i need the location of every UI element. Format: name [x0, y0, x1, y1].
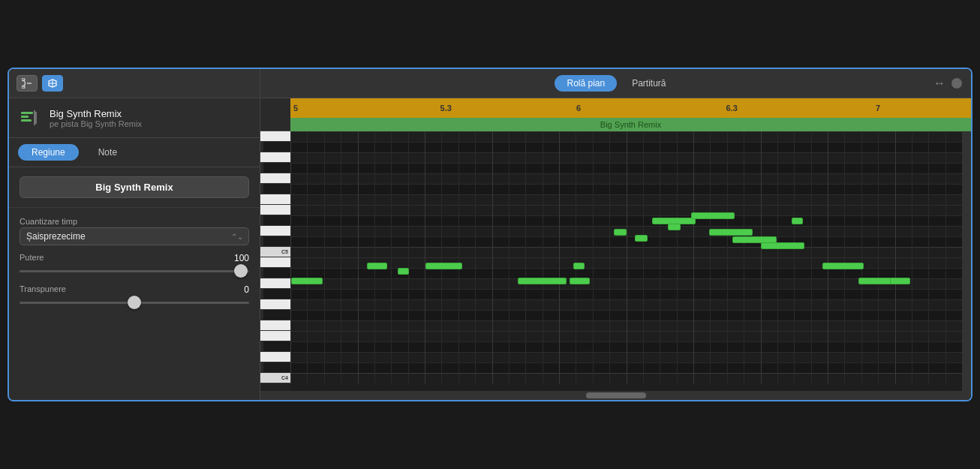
svg-rect-6	[21, 116, 29, 118]
power-slider-thumb[interactable]	[234, 264, 248, 278]
piano-key[interactable]	[260, 163, 290, 173]
piano-key[interactable]	[260, 215, 290, 226]
piano-key[interactable]	[260, 173, 290, 184]
piano-key[interactable]	[260, 142, 290, 152]
grid-vertical-line	[811, 131, 812, 383]
note-block[interactable]	[761, 242, 805, 249]
grid-vertical-line	[509, 131, 510, 383]
piano-key[interactable]	[260, 331, 290, 341]
track-info: Big Synth Remix pe pista Big Synth Remix	[9, 98, 260, 138]
piano-key[interactable]	[260, 194, 290, 205]
power-param: Putere 100	[20, 253, 249, 277]
piano-key[interactable]	[260, 278, 290, 289]
piano-key[interactable]	[260, 299, 290, 310]
ruler-mark-6: 6	[576, 104, 581, 113]
note-block[interactable]	[635, 235, 648, 242]
note-block[interactable]	[668, 224, 681, 230]
note-tab[interactable]: Note	[85, 144, 131, 161]
grid-vertical-line	[643, 131, 644, 383]
region-name-section: Big Synth Remix	[9, 167, 260, 208]
grid-vertical-line	[290, 131, 291, 383]
resize-icon[interactable]: ↔	[933, 77, 945, 90]
transpose-param: Transpunere 0	[20, 284, 249, 308]
grid-vertical-line	[844, 131, 845, 383]
note-block[interactable]	[792, 218, 803, 224]
region-name-button[interactable]: Big Synth Remix	[20, 176, 249, 198]
region-bar-label: Big Synth Remix	[600, 120, 661, 129]
ruler-row: 5 5.3 6 6.3 7 Big Synth Remix	[260, 98, 971, 131]
transpose-slider-thumb[interactable]	[128, 296, 141, 309]
note-block[interactable]	[890, 278, 911, 284]
scrollbar-thumb[interactable]	[586, 392, 646, 398]
grid-vertical-line	[609, 131, 610, 383]
grid-vertical-line	[677, 131, 678, 383]
grid-vertical-line	[828, 131, 828, 383]
piano-key[interactable]	[260, 236, 290, 247]
piano-key[interactable]	[260, 352, 290, 362]
note-block[interactable]	[614, 229, 627, 236]
right-panel: Rolă pian Partitură ↔ 5 5.3	[260, 69, 971, 400]
score-tab[interactable]: Partitură	[620, 75, 678, 92]
timeline-ruler: 5 5.3 6 6.3 7	[290, 98, 971, 118]
vertical-scrollbar[interactable]	[962, 131, 971, 391]
piano-key[interactable]	[260, 152, 290, 163]
track-text: Big Synth Remix pe pista Big Synth Remix	[50, 108, 142, 128]
piano-key[interactable]	[260, 341, 290, 352]
ruler-region-col: 5 5.3 6 6.3 7 Big Synth Remix	[290, 98, 971, 131]
note-grid[interactable]	[290, 131, 962, 383]
power-slider[interactable]	[20, 265, 249, 277]
midi-tool-button[interactable]	[42, 75, 63, 92]
piano-key[interactable]	[260, 257, 290, 268]
grid-vertical-line	[693, 131, 694, 383]
piano-key[interactable]	[260, 226, 290, 236]
piano-key[interactable]	[260, 268, 290, 278]
power-slider-track	[20, 270, 249, 272]
grid-vertical-line	[945, 131, 946, 383]
grid-vertical-line	[458, 131, 459, 383]
piano-roll-tab[interactable]: Rolă pian	[555, 75, 617, 92]
toolbar	[9, 69, 260, 98]
transpose-slider[interactable]	[20, 296, 249, 308]
piano-key[interactable]	[260, 184, 290, 194]
note-block[interactable]	[570, 278, 591, 284]
grid-vertical-line	[307, 131, 308, 383]
piano-key[interactable]	[260, 362, 290, 373]
note-block[interactable]	[398, 268, 409, 275]
svg-point-0	[22, 78, 25, 81]
note-block[interactable]	[518, 278, 567, 284]
grid-vertical-line	[710, 131, 711, 383]
note-block[interactable]	[691, 212, 735, 219]
grid-vertical-line	[928, 131, 929, 383]
grid-vertical-line	[543, 131, 543, 383]
horizontal-scrollbar[interactable]	[260, 391, 971, 400]
note-block[interactable]	[425, 263, 461, 269]
svg-point-1	[22, 86, 25, 89]
note-block[interactable]	[367, 263, 388, 269]
grid-vertical-line	[878, 131, 879, 383]
scissors-tool-button[interactable]	[17, 75, 38, 92]
note-block[interactable]	[573, 263, 585, 269]
quantize-select[interactable]: Șaisprezecime	[20, 227, 249, 245]
region-tab[interactable]: Regiune	[18, 144, 79, 161]
grid-vertical-line	[744, 131, 744, 383]
power-value: 100	[234, 253, 249, 263]
note-block[interactable]	[709, 229, 753, 236]
grid-vertical-line	[358, 131, 359, 383]
left-panel: Big Synth Remix pe pista Big Synth Remix…	[9, 69, 260, 400]
note-block[interactable]	[291, 278, 322, 284]
piano-keys: C5C4	[260, 131, 290, 391]
grid-vertical-line	[660, 131, 660, 383]
piano-key[interactable]: C5	[260, 247, 290, 257]
piano-key[interactable]	[260, 205, 290, 215]
quantize-label: Cuantizare timp	[20, 217, 249, 226]
piano-key[interactable]	[260, 131, 290, 142]
main-window: Big Synth Remix pe pista Big Synth Remix…	[8, 68, 972, 401]
piano-key[interactable]	[260, 289, 290, 299]
note-block[interactable]	[858, 278, 892, 284]
grid-vertical-line	[727, 131, 728, 383]
note-block[interactable]	[822, 263, 864, 269]
piano-key[interactable]: C4	[260, 373, 290, 383]
transpose-label: Transpunere	[20, 284, 66, 293]
piano-key[interactable]	[260, 320, 290, 331]
piano-key[interactable]	[260, 310, 290, 320]
